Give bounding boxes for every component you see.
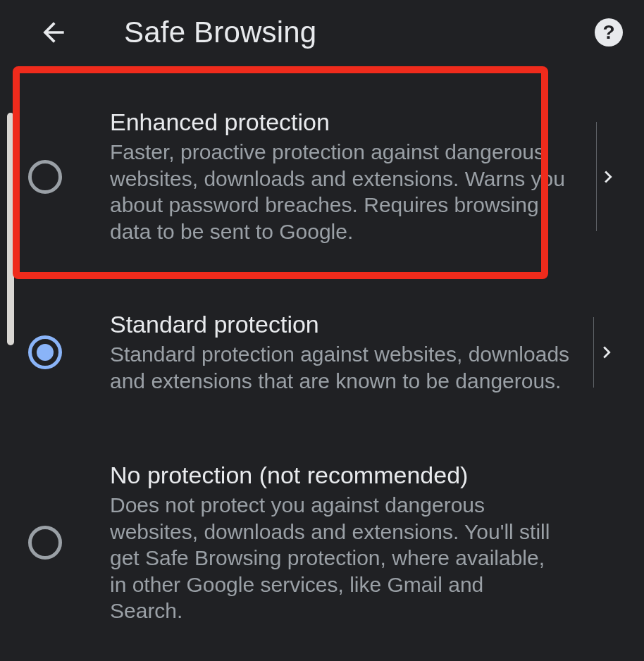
- option-title: Enhanced protection: [110, 109, 585, 136]
- radio-no-protection[interactable]: [28, 526, 62, 560]
- chevron-right-icon: [596, 165, 620, 189]
- option-no-protection[interactable]: No protection (not recommended) Does not…: [10, 428, 620, 658]
- option-description: Does not protect you against dangerous w…: [110, 492, 557, 624]
- option-title: Standard protection: [110, 311, 582, 338]
- safe-browsing-screen: Safe Browsing ? Enhanced protection Fast…: [0, 0, 644, 661]
- chevron-right-icon: [595, 340, 619, 364]
- details-enhanced-protection[interactable]: [596, 109, 620, 245]
- options-list: Enhanced protection Faster, proactive pr…: [10, 70, 620, 658]
- help-icon: ?: [602, 21, 614, 44]
- radio-enhanced-protection[interactable]: [28, 160, 62, 194]
- option-text: No protection (not recommended) Does not…: [110, 462, 620, 624]
- details-standard-protection[interactable]: [593, 311, 620, 394]
- option-enhanced-protection[interactable]: Enhanced protection Faster, proactive pr…: [10, 70, 620, 277]
- option-text: Standard protection Standard protection …: [110, 311, 593, 394]
- option-description: Faster, proactive protection against dan…: [110, 139, 585, 245]
- page-title: Safe Browsing: [124, 16, 316, 49]
- option-standard-protection[interactable]: Standard protection Standard protection …: [10, 277, 620, 428]
- header: Safe Browsing ?: [0, 0, 644, 58]
- option-title: No protection (not recommended): [110, 462, 557, 489]
- help-button[interactable]: ?: [595, 18, 623, 47]
- arrow-left-icon: [38, 17, 69, 48]
- option-text: Enhanced protection Faster, proactive pr…: [110, 109, 596, 245]
- back-button[interactable]: [34, 13, 73, 52]
- radio-standard-protection[interactable]: [28, 335, 62, 369]
- option-description: Standard protection against websites, do…: [110, 341, 582, 394]
